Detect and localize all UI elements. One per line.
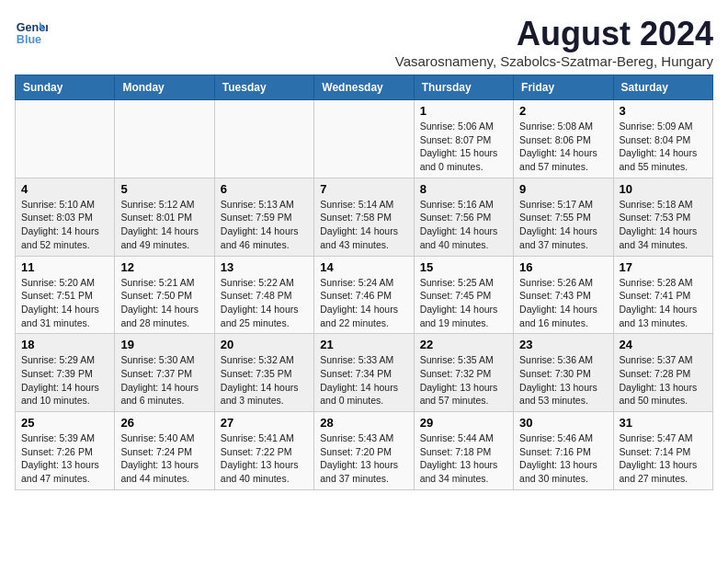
day-info: Sunrise: 5:22 AM Sunset: 7:48 PM Dayligh… [221, 276, 308, 330]
calendar-day-14: 14Sunrise: 5:24 AM Sunset: 7:46 PM Dayli… [314, 256, 414, 334]
logo-icon: General Blue [15, 15, 48, 48]
day-number: 8 [420, 182, 507, 196]
calendar-day-6: 6Sunrise: 5:13 AM Sunset: 7:59 PM Daylig… [214, 178, 313, 256]
calendar-week-row: 25Sunrise: 5:39 AM Sunset: 7:26 PM Dayli… [16, 412, 713, 490]
day-info: Sunrise: 5:24 AM Sunset: 7:46 PM Dayligh… [320, 276, 407, 330]
day-number: 24 [620, 338, 707, 351]
day-info: Sunrise: 5:14 AM Sunset: 7:58 PM Dayligh… [320, 198, 407, 252]
calendar-day-1: 1Sunrise: 5:06 AM Sunset: 8:07 PM Daylig… [414, 100, 513, 178]
calendar-week-row: 18Sunrise: 5:29 AM Sunset: 7:39 PM Dayli… [16, 334, 713, 412]
empty-cell [115, 100, 214, 178]
calendar-day-2: 2Sunrise: 5:08 AM Sunset: 8:06 PM Daylig… [514, 100, 613, 178]
weekday-header-wednesday: Wednesday [314, 75, 414, 100]
page-header: General Blue August 2024 Vasarosnameny, … [15, 15, 713, 69]
day-info: Sunrise: 5:47 AM Sunset: 7:14 PM Dayligh… [620, 431, 707, 486]
day-number: 5 [120, 182, 208, 196]
day-number: 21 [320, 338, 407, 351]
day-info: Sunrise: 5:13 AM Sunset: 7:59 PM Dayligh… [221, 198, 308, 252]
day-info: Sunrise: 5:36 AM Sunset: 7:30 PM Dayligh… [519, 353, 607, 408]
calendar-day-12: 12Sunrise: 5:21 AM Sunset: 7:50 PM Dayli… [115, 256, 214, 334]
day-number: 23 [519, 338, 607, 351]
day-info: Sunrise: 5:29 AM Sunset: 7:39 PM Dayligh… [21, 353, 108, 408]
day-info: Sunrise: 5:21 AM Sunset: 7:50 PM Dayligh… [120, 276, 208, 330]
day-number: 27 [221, 416, 308, 430]
calendar-day-15: 15Sunrise: 5:25 AM Sunset: 7:45 PM Dayli… [414, 256, 513, 334]
day-info: Sunrise: 5:17 AM Sunset: 7:55 PM Dayligh… [519, 198, 607, 252]
calendar-day-8: 8Sunrise: 5:16 AM Sunset: 7:56 PM Daylig… [414, 178, 513, 256]
calendar-day-17: 17Sunrise: 5:28 AM Sunset: 7:41 PM Dayli… [613, 256, 712, 334]
day-number: 20 [221, 338, 308, 351]
weekday-header-thursday: Thursday [414, 75, 513, 100]
calendar-day-22: 22Sunrise: 5:35 AM Sunset: 7:32 PM Dayli… [414, 334, 513, 412]
day-number: 1 [420, 104, 507, 118]
weekday-header-tuesday: Tuesday [214, 75, 313, 100]
calendar-day-11: 11Sunrise: 5:20 AM Sunset: 7:51 PM Dayli… [16, 256, 115, 334]
calendar-day-31: 31Sunrise: 5:47 AM Sunset: 7:14 PM Dayli… [613, 412, 712, 490]
calendar-day-25: 25Sunrise: 5:39 AM Sunset: 7:26 PM Dayli… [16, 412, 115, 490]
svg-text:Blue: Blue [17, 33, 41, 46]
day-info: Sunrise: 5:20 AM Sunset: 7:51 PM Dayligh… [21, 276, 108, 330]
day-info: Sunrise: 5:32 AM Sunset: 7:35 PM Dayligh… [221, 353, 308, 408]
day-info: Sunrise: 5:37 AM Sunset: 7:28 PM Dayligh… [620, 353, 707, 408]
calendar-day-21: 21Sunrise: 5:33 AM Sunset: 7:34 PM Dayli… [314, 334, 414, 412]
weekday-header-monday: Monday [115, 75, 214, 100]
logo: General Blue [15, 15, 48, 48]
day-info: Sunrise: 5:35 AM Sunset: 7:32 PM Dayligh… [420, 353, 507, 408]
day-info: Sunrise: 5:09 AM Sunset: 8:04 PM Dayligh… [620, 120, 707, 174]
calendar-table: SundayMondayTuesdayWednesdayThursdayFrid… [15, 75, 713, 490]
calendar-day-4: 4Sunrise: 5:10 AM Sunset: 8:03 PM Daylig… [16, 178, 115, 256]
day-info: Sunrise: 5:12 AM Sunset: 8:01 PM Dayligh… [120, 198, 208, 252]
day-info: Sunrise: 5:39 AM Sunset: 7:26 PM Dayligh… [21, 431, 108, 486]
day-number: 10 [620, 182, 707, 196]
day-info: Sunrise: 5:26 AM Sunset: 7:43 PM Dayligh… [519, 276, 607, 330]
day-number: 17 [620, 260, 707, 274]
weekday-header-saturday: Saturday [613, 75, 712, 100]
day-info: Sunrise: 5:43 AM Sunset: 7:20 PM Dayligh… [320, 431, 407, 486]
day-number: 25 [21, 416, 108, 430]
day-number: 13 [221, 260, 308, 274]
day-info: Sunrise: 5:25 AM Sunset: 7:45 PM Dayligh… [420, 276, 507, 330]
day-number: 2 [519, 104, 607, 118]
day-info: Sunrise: 5:46 AM Sunset: 7:16 PM Dayligh… [519, 431, 607, 486]
calendar-day-29: 29Sunrise: 5:44 AM Sunset: 7:18 PM Dayli… [414, 412, 513, 490]
day-number: 28 [320, 416, 407, 430]
calendar-day-28: 28Sunrise: 5:43 AM Sunset: 7:20 PM Dayli… [314, 412, 414, 490]
title-area: August 2024 Vasarosnameny, Szabolcs-Szat… [395, 15, 713, 69]
day-number: 4 [21, 182, 108, 196]
day-number: 26 [120, 416, 208, 430]
empty-cell [314, 100, 414, 178]
day-info: Sunrise: 5:06 AM Sunset: 8:07 PM Dayligh… [420, 120, 507, 174]
calendar-week-row: 1Sunrise: 5:06 AM Sunset: 8:07 PM Daylig… [16, 100, 713, 178]
calendar-day-9: 9Sunrise: 5:17 AM Sunset: 7:55 PM Daylig… [514, 178, 613, 256]
day-number: 3 [620, 104, 707, 118]
calendar-day-27: 27Sunrise: 5:41 AM Sunset: 7:22 PM Dayli… [214, 412, 313, 490]
day-number: 11 [21, 260, 108, 274]
day-info: Sunrise: 5:44 AM Sunset: 7:18 PM Dayligh… [420, 431, 507, 486]
location-subtitle: Vasarosnameny, Szabolcs-Szatmar-Bereg, H… [395, 53, 713, 69]
day-number: 12 [120, 260, 208, 274]
empty-cell [16, 100, 115, 178]
day-number: 18 [21, 338, 108, 351]
day-info: Sunrise: 5:33 AM Sunset: 7:34 PM Dayligh… [320, 353, 407, 408]
day-info: Sunrise: 5:28 AM Sunset: 7:41 PM Dayligh… [620, 276, 707, 330]
calendar-day-10: 10Sunrise: 5:18 AM Sunset: 7:53 PM Dayli… [613, 178, 712, 256]
day-number: 7 [320, 182, 407, 196]
calendar-day-13: 13Sunrise: 5:22 AM Sunset: 7:48 PM Dayli… [214, 256, 313, 334]
day-number: 22 [420, 338, 507, 351]
day-info: Sunrise: 5:18 AM Sunset: 7:53 PM Dayligh… [620, 198, 707, 252]
calendar-day-26: 26Sunrise: 5:40 AM Sunset: 7:24 PM Dayli… [115, 412, 214, 490]
day-number: 29 [420, 416, 507, 430]
day-number: 31 [620, 416, 707, 430]
weekday-header-sunday: Sunday [16, 75, 115, 100]
calendar-day-24: 24Sunrise: 5:37 AM Sunset: 7:28 PM Dayli… [613, 334, 712, 412]
day-number: 6 [221, 182, 308, 196]
calendar-day-5: 5Sunrise: 5:12 AM Sunset: 8:01 PM Daylig… [115, 178, 214, 256]
day-info: Sunrise: 5:10 AM Sunset: 8:03 PM Dayligh… [21, 198, 108, 252]
day-number: 30 [519, 416, 607, 430]
calendar-day-19: 19Sunrise: 5:30 AM Sunset: 7:37 PM Dayli… [115, 334, 214, 412]
calendar-week-row: 4Sunrise: 5:10 AM Sunset: 8:03 PM Daylig… [16, 178, 713, 256]
month-title: August 2024 [395, 15, 713, 53]
day-info: Sunrise: 5:16 AM Sunset: 7:56 PM Dayligh… [420, 198, 507, 252]
empty-cell [214, 100, 313, 178]
calendar-day-23: 23Sunrise: 5:36 AM Sunset: 7:30 PM Dayli… [514, 334, 613, 412]
